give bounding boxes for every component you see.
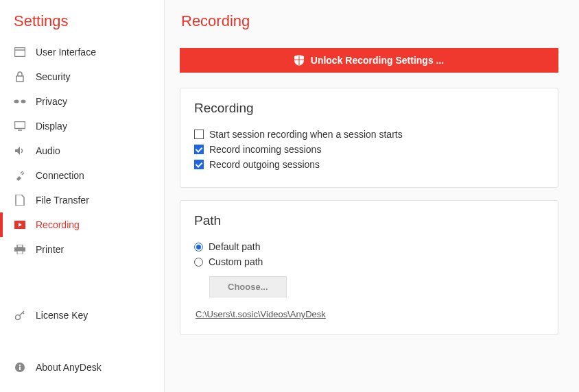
unlock-button[interactable]: Unlock Recording Settings ...	[180, 48, 558, 73]
svg-rect-11	[17, 245, 23, 247]
svg-rect-5	[15, 122, 25, 129]
sidebar-item-label: Connection	[36, 170, 84, 181]
sidebar-item-security[interactable]: Security	[0, 64, 164, 89]
printer-icon	[14, 245, 26, 254]
info-icon	[14, 362, 26, 373]
sidebar-item-audio[interactable]: Audio	[0, 138, 164, 163]
plug-icon	[14, 170, 26, 181]
path-link[interactable]: C:\Users\t.sosic\Videos\AnyDesk	[196, 309, 326, 319]
sidebar-item-label: Recording	[36, 219, 80, 230]
sidebar-item-label: Security	[36, 71, 71, 82]
video-icon	[14, 221, 26, 229]
window-icon	[14, 47, 26, 57]
sidebar-item-label: Printer	[36, 244, 64, 255]
sidebar-title: Settings	[0, 12, 164, 40]
shield-icon	[294, 55, 304, 66]
radio-default-path[interactable]: Default path	[194, 239, 544, 254]
checkbox-icon	[194, 145, 204, 154]
radio-icon	[194, 243, 203, 252]
sidebar-item-license-key[interactable]: License Key	[0, 303, 164, 328]
main-content: Recording Unlock Recording Settings ... …	[165, 0, 579, 392]
checkbox-label: Record incoming sessions	[209, 144, 321, 155]
monitor-icon	[14, 121, 26, 131]
glasses-icon	[14, 99, 26, 104]
sidebar-item-label: File Transfer	[36, 195, 89, 206]
sidebar-item-label: About AnyDesk	[36, 362, 102, 373]
svg-rect-2	[16, 76, 23, 82]
sidebar-item-label: Audio	[36, 145, 60, 156]
path-card-title: Path	[194, 213, 544, 228]
svg-point-3	[14, 100, 19, 103]
radio-icon	[194, 258, 203, 267]
radio-label: Default path	[209, 241, 261, 252]
sidebar-item-connection[interactable]: Connection	[0, 163, 164, 188]
sidebar-item-about[interactable]: About AnyDesk	[0, 355, 164, 380]
sidebar-item-label: License Key	[36, 310, 88, 321]
svg-rect-0	[15, 48, 25, 57]
key-icon	[14, 310, 26, 321]
svg-rect-17	[19, 367, 21, 370]
sidebar: Settings User Interface Security Privacy	[0, 0, 165, 392]
sidebar-nav: User Interface Security Privacy Display	[0, 40, 164, 380]
svg-rect-18	[19, 365, 21, 366]
lock-icon	[14, 71, 26, 82]
path-card: Path Default path Custom path Choose... …	[180, 200, 558, 335]
checkbox-label: Start session recording when a session s…	[209, 129, 403, 140]
svg-line-7	[21, 171, 23, 173]
sidebar-item-user-interface[interactable]: User Interface	[0, 40, 164, 64]
sidebar-item-label: Privacy	[36, 96, 67, 107]
unlock-button-label: Unlock Recording Settings ...	[311, 55, 444, 66]
page-title: Recording	[180, 12, 558, 30]
sidebar-item-recording[interactable]: Recording	[0, 212, 164, 237]
checkbox-record-outgoing[interactable]: Record outgoing sessions	[194, 157, 544, 172]
svg-line-15	[23, 313, 24, 314]
checkbox-icon	[194, 130, 204, 139]
radio-custom-path[interactable]: Custom path	[194, 254, 544, 269]
choose-button[interactable]: Choose...	[209, 276, 287, 297]
checkbox-icon	[194, 160, 204, 169]
checkbox-record-incoming[interactable]: Record incoming sessions	[194, 142, 544, 157]
sidebar-item-display[interactable]: Display	[0, 114, 164, 138]
svg-point-4	[21, 100, 26, 103]
svg-line-8	[22, 173, 24, 175]
sidebar-item-printer[interactable]: Printer	[0, 237, 164, 262]
sidebar-item-file-transfer[interactable]: File Transfer	[0, 188, 164, 212]
sidebar-item-label: Display	[36, 121, 67, 132]
radio-label: Custom path	[209, 256, 263, 267]
recording-card: Recording Start session recording when a…	[180, 88, 558, 188]
recording-card-title: Recording	[194, 101, 544, 116]
sidebar-item-label: User Interface	[36, 47, 96, 58]
checkbox-label: Record outgoing sessions	[209, 159, 320, 170]
svg-rect-12	[17, 251, 23, 254]
checkbox-start-recording[interactable]: Start session recording when a session s…	[194, 127, 544, 142]
file-icon	[14, 195, 26, 206]
sidebar-item-privacy[interactable]: Privacy	[0, 89, 164, 114]
speaker-icon	[14, 146, 26, 156]
